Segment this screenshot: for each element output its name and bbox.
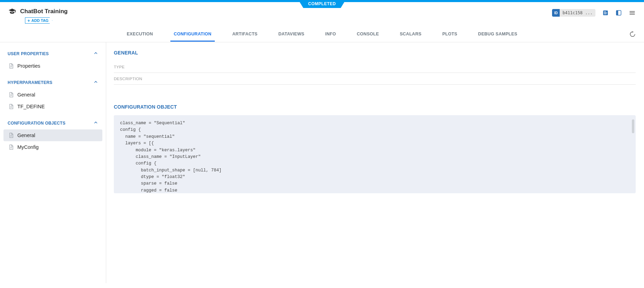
chevron-up-icon bbox=[93, 120, 98, 126]
tab-plots[interactable]: PLOTS bbox=[439, 27, 461, 42]
split-view-icon[interactable] bbox=[616, 10, 622, 16]
configuration-code-block[interactable]: class_name = "Sequential" config { name … bbox=[114, 115, 636, 193]
id-chip-value: b411c158 ... bbox=[560, 10, 595, 15]
svg-rect-1 bbox=[604, 11, 606, 12]
tab-console[interactable]: CONSOLE bbox=[353, 27, 382, 42]
document-icon bbox=[8, 133, 14, 138]
header-left: ChatBot Training + ADD TAG bbox=[8, 6, 68, 24]
tab-info[interactable]: INFO bbox=[322, 27, 339, 42]
field-label-type: TYPE bbox=[114, 65, 125, 69]
field-description: DESCRIPTION bbox=[114, 73, 636, 85]
details-view-icon[interactable] bbox=[602, 10, 609, 16]
page-title: ChatBot Training bbox=[20, 8, 68, 15]
document-icon bbox=[8, 63, 14, 69]
svg-rect-2 bbox=[604, 12, 607, 13]
svg-rect-5 bbox=[616, 10, 618, 15]
group-title: USER PROPERTIES bbox=[8, 51, 49, 56]
scrollbar-thumb[interactable] bbox=[632, 119, 634, 133]
group-header-hyperparameters[interactable]: HYPERPARAMETERS bbox=[3, 76, 102, 89]
spacer bbox=[114, 85, 636, 104]
menu-icon[interactable] bbox=[629, 9, 636, 16]
main: USER PROPERTIES Properties HYPERPARAMETE… bbox=[0, 42, 644, 283]
tab-execution[interactable]: EXECUTION bbox=[123, 27, 156, 42]
graduation-cap-icon bbox=[8, 8, 16, 15]
header-right: ID b411c158 ... bbox=[552, 6, 636, 17]
title-row: ChatBot Training bbox=[8, 6, 68, 15]
plus-icon: + bbox=[27, 18, 30, 23]
sidebar-item-label: TF_DEFINE bbox=[17, 104, 45, 109]
id-chip-label: ID bbox=[552, 9, 560, 17]
refresh-icon[interactable] bbox=[629, 31, 636, 38]
sidebar: USER PROPERTIES Properties HYPERPARAMETE… bbox=[0, 42, 106, 283]
svg-point-9 bbox=[630, 32, 635, 36]
section-title-general: GENERAL bbox=[114, 50, 636, 56]
add-tag-label: ADD TAG bbox=[32, 18, 49, 23]
tab-debug-samples[interactable]: DEBUG SAMPLES bbox=[475, 27, 521, 42]
group-header-configuration-objects[interactable]: CONFIGURATION OBJECTS bbox=[3, 117, 102, 129]
field-type: TYPE bbox=[114, 61, 636, 73]
document-icon bbox=[8, 144, 14, 150]
sidebar-item-myconfig[interactable]: MyConfig bbox=[3, 141, 102, 153]
tag-row: + ADD TAG bbox=[8, 17, 68, 24]
group-title: HYPERPARAMETERS bbox=[8, 80, 52, 85]
sidebar-item-label: General bbox=[17, 133, 35, 138]
add-tag-button[interactable]: + ADD TAG bbox=[25, 17, 52, 24]
tab-configuration[interactable]: CONFIGURATION bbox=[170, 27, 215, 42]
section-title-config-object: CONFIGURATION OBJECT bbox=[114, 104, 636, 110]
sidebar-item-tf-define[interactable]: TF_DEFINE bbox=[3, 101, 102, 112]
tab-dataviews[interactable]: DATAVIEWS bbox=[275, 27, 308, 42]
svg-rect-6 bbox=[630, 11, 635, 12]
document-icon bbox=[8, 104, 14, 109]
sidebar-item-properties[interactable]: Properties bbox=[3, 60, 102, 72]
tab-artifacts[interactable]: ARTIFACTS bbox=[229, 27, 261, 42]
group-header-user-properties[interactable]: USER PROPERTIES bbox=[3, 47, 102, 60]
tabs: EXECUTION CONFIGURATION ARTIFACTS DATAVI… bbox=[0, 27, 644, 42]
status-badge: COMPLETED bbox=[298, 0, 346, 8]
content-inner: GENERAL TYPE DESCRIPTION CONFIGURATION O… bbox=[114, 50, 644, 283]
sidebar-item-label: General bbox=[17, 92, 35, 98]
group-title: CONFIGURATION OBJECTS bbox=[8, 121, 66, 126]
field-label-description: DESCRIPTION bbox=[114, 77, 142, 81]
sidebar-item-general-config[interactable]: General bbox=[3, 129, 102, 141]
sidebar-item-general-hp[interactable]: General bbox=[3, 89, 102, 101]
svg-rect-8 bbox=[630, 14, 635, 15]
tab-scalars[interactable]: SCALARS bbox=[396, 27, 425, 42]
content: GENERAL TYPE DESCRIPTION CONFIGURATION O… bbox=[106, 42, 644, 283]
sidebar-item-label: Properties bbox=[17, 63, 40, 69]
svg-rect-3 bbox=[604, 14, 607, 14]
document-icon bbox=[8, 92, 14, 98]
chevron-up-icon bbox=[93, 51, 98, 57]
id-chip[interactable]: ID b411c158 ... bbox=[552, 9, 595, 17]
svg-rect-7 bbox=[630, 12, 635, 13]
chevron-up-icon bbox=[93, 79, 98, 85]
sidebar-item-label: MyConfig bbox=[17, 144, 39, 150]
top-strip: COMPLETED bbox=[0, 0, 644, 2]
